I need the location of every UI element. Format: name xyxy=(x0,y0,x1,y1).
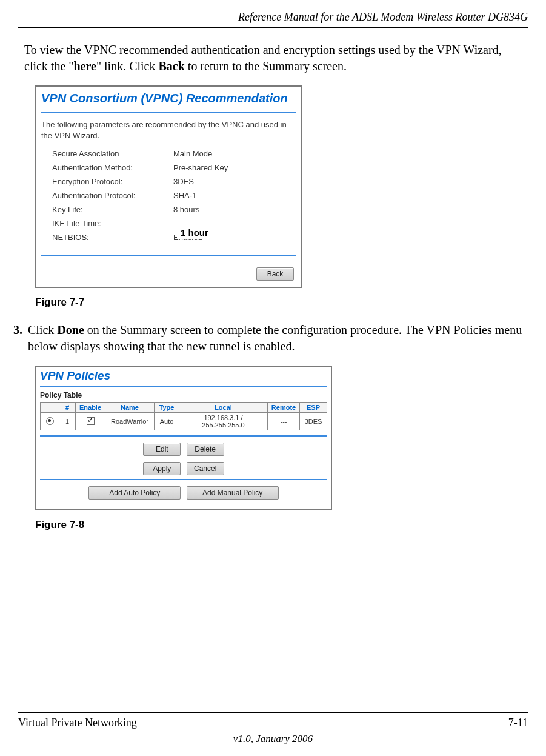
here-bold: here xyxy=(73,59,96,73)
policy-table-heading: Policy Table xyxy=(40,391,327,400)
add-policy-row: Add Auto Policy Add Manual Policy xyxy=(40,486,327,500)
vpnc-recommendation-panel: VPN Consortium (VPNC) Recommendation The… xyxy=(35,85,302,288)
apply-button[interactable]: Apply xyxy=(143,462,181,475)
param-value: SHA-1 xyxy=(173,191,196,200)
cell-type: Auto xyxy=(155,413,179,430)
param-row: IKE Life Time: xyxy=(41,216,296,230)
cell-remote: --- xyxy=(268,413,300,430)
param-row: Secure Association Main Mode xyxy=(41,147,296,161)
col-radio xyxy=(41,403,59,413)
step-number: 3. xyxy=(13,322,28,355)
figure-7-8-caption: Figure 7-8 xyxy=(35,519,546,531)
policy-table: # Enable Name Type Local Remote ESP 1 Ro… xyxy=(40,402,327,430)
footer-version: v1.0, January 2006 xyxy=(18,733,528,745)
col-num: # xyxy=(59,403,76,413)
header-rule xyxy=(18,27,528,28)
intro-paragraph: To view the VPNC recommended authenticat… xyxy=(24,42,528,75)
vpn-policies-panel: VPN Policies Policy Table # Enable Name … xyxy=(35,366,332,510)
page-header: Reference Manual for the ADSL Modem Wire… xyxy=(0,0,546,27)
param-label: NETBIOS: xyxy=(52,233,173,242)
cell-num: 1 xyxy=(59,413,76,430)
page-footer: Virtual Private Networking 7-11 v1.0, Ja… xyxy=(18,712,528,745)
param-label: Authentication Protocol: xyxy=(52,191,173,200)
done-bold: Done xyxy=(57,323,84,336)
panel-description: The following parameters are recommended… xyxy=(41,119,296,141)
cell-radio[interactable] xyxy=(41,413,59,430)
cell-enable[interactable] xyxy=(76,413,105,430)
param-value: 8 hours xyxy=(173,205,199,214)
delete-button[interactable]: Delete xyxy=(187,443,224,456)
col-esp: ESP xyxy=(300,403,327,413)
text: to return to the Summary screen. xyxy=(185,59,347,73)
param-row: Authentication Protocol: SHA-1 xyxy=(41,189,296,202)
col-enable: Enable xyxy=(76,403,105,413)
param-row: Key Life: 8 hours xyxy=(41,202,296,216)
back-button[interactable]: Back xyxy=(256,267,294,281)
separator xyxy=(40,386,327,387)
add-auto-policy-button[interactable]: Add Auto Policy xyxy=(88,486,181,500)
button-row: Back xyxy=(41,263,296,281)
add-manual-policy-button[interactable]: Add Manual Policy xyxy=(187,486,279,500)
cell-esp: 3DES xyxy=(300,413,327,430)
footer-line: Virtual Private Networking 7-11 xyxy=(18,717,528,729)
param-row: Encryption Protocol: 3DES xyxy=(41,175,296,189)
panel-title: VPN Consortium (VPNC) Recommendation xyxy=(41,90,296,109)
col-name: Name xyxy=(105,403,155,413)
edit-button[interactable]: Edit xyxy=(143,443,181,456)
overlay-1-hour: 1 hour xyxy=(177,227,212,239)
figure-7-8-container: VPN Policies Policy Table # Enable Name … xyxy=(35,366,546,510)
param-label: IKE Life Time: xyxy=(52,219,173,228)
apply-cancel-row: Apply Cancel xyxy=(40,462,327,475)
cell-local: 192.168.3.1 / 255.255.255.0 xyxy=(179,413,268,430)
col-local: Local xyxy=(179,403,268,413)
checkbox-icon[interactable] xyxy=(87,417,95,425)
param-label: Authentication Method: xyxy=(52,163,173,172)
separator xyxy=(41,112,296,113)
figure-7-7-caption: Figure 7-7 xyxy=(35,296,546,309)
figure-7-7-container: VPN Consortium (VPNC) Recommendation The… xyxy=(35,85,546,288)
col-type: Type xyxy=(155,403,179,413)
radio-icon[interactable] xyxy=(46,417,54,425)
param-row: Authentication Method: Pre-shared Key xyxy=(41,161,296,175)
footer-rule xyxy=(18,712,528,713)
param-value: Main Mode xyxy=(173,149,212,158)
panel-title: VPN Policies xyxy=(40,369,327,385)
text: on the Summary screen to complete the co… xyxy=(28,323,522,353)
table-row: 1 RoadWarrior Auto 192.168.3.1 / 255.255… xyxy=(41,413,327,430)
edit-delete-row: Edit Delete xyxy=(40,443,327,456)
cancel-button[interactable]: Cancel xyxy=(187,462,224,475)
step-text: Click Done on the Summary screen to comp… xyxy=(28,322,528,355)
separator xyxy=(41,255,296,256)
param-label: Encryption Protocol: xyxy=(52,177,173,186)
footer-section: Virtual Private Networking xyxy=(18,717,137,729)
step-3: 3. Click Done on the Summary screen to c… xyxy=(13,322,528,355)
back-bold: Back xyxy=(158,59,184,73)
param-value: 3DES xyxy=(173,177,194,186)
separator xyxy=(40,479,327,480)
param-row: NETBIOS: Enabled xyxy=(41,230,296,244)
text: Click xyxy=(28,323,57,336)
cell-name: RoadWarrior xyxy=(105,413,155,430)
param-label: Key Life: xyxy=(52,205,173,214)
text: " link. Click xyxy=(96,59,159,73)
separator xyxy=(40,435,327,437)
table-header-row: # Enable Name Type Local Remote ESP xyxy=(41,403,327,413)
col-remote: Remote xyxy=(268,403,300,413)
footer-page-number: 7-11 xyxy=(508,717,528,729)
param-value: Pre-shared Key xyxy=(173,163,228,172)
param-label: Secure Association xyxy=(52,149,173,158)
